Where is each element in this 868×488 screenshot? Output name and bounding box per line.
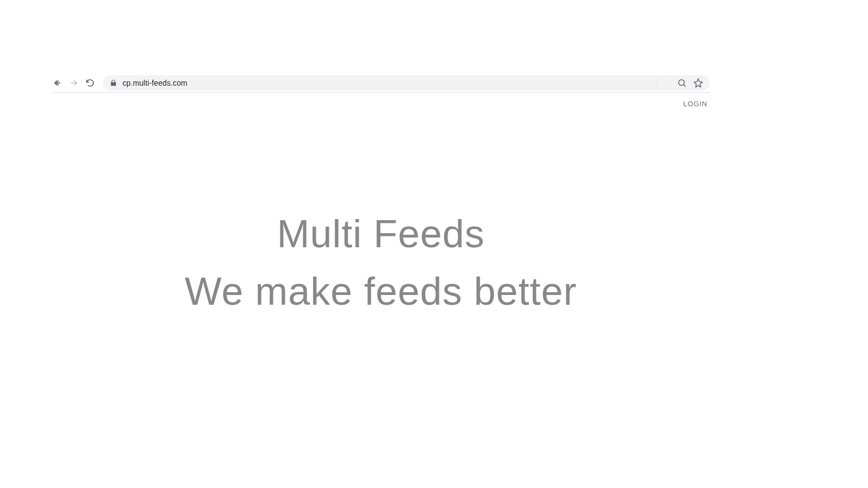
url-text: cp.multi-feeds.com [123, 79, 672, 87]
hero-title: Multi Feeds [277, 211, 484, 256]
back-button[interactable] [52, 78, 63, 88]
nav-controls [52, 78, 95, 88]
reload-icon [85, 78, 95, 88]
reload-button[interactable] [85, 78, 95, 88]
lock-icon [110, 79, 117, 87]
address-bar[interactable]: cp.multi-feeds.com [103, 75, 710, 91]
bookmark-star-icon[interactable] [693, 78, 703, 88]
arrow-right-icon [69, 78, 79, 88]
browser-toolbar: cp.multi-feeds.com [52, 74, 710, 92]
hero-subtitle: We make feeds better [184, 269, 577, 313]
vertical-divider [657, 78, 658, 87]
address-right-icons [677, 78, 703, 88]
login-link[interactable]: LOGIN [684, 100, 707, 108]
zoom-icon[interactable] [677, 78, 687, 88]
hero-section: Multi Feeds We make feeds better [52, 211, 710, 313]
arrow-left-icon [53, 78, 62, 88]
page-header: LOGIN [684, 100, 710, 108]
chrome-divider [52, 92, 710, 93]
svg-point-0 [679, 80, 685, 86]
forward-button[interactable] [68, 78, 79, 88]
